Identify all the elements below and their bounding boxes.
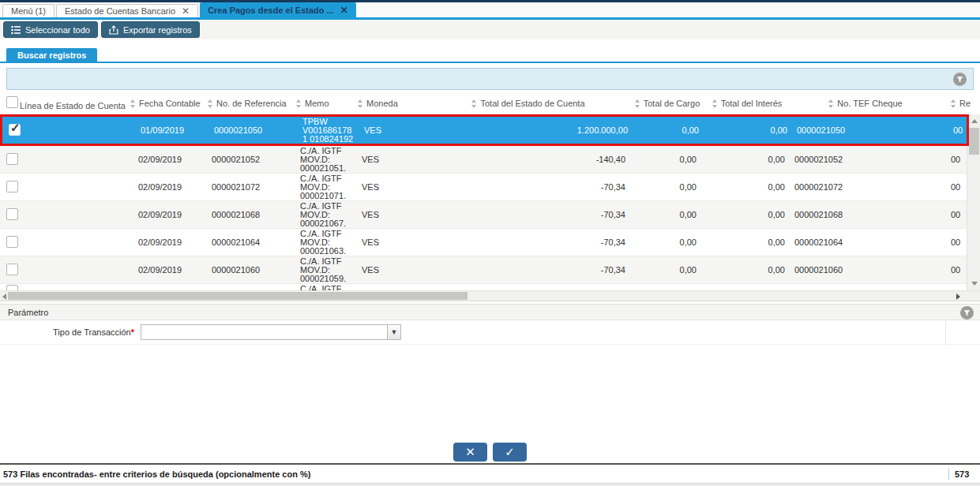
export-icon (109, 25, 118, 35)
header-no-tef-cheque[interactable]: No. TEF Cheque (791, 93, 940, 114)
cell-re: 00 (940, 266, 967, 275)
cell-linea (25, 284, 128, 285)
export-records-button[interactable]: Exportar registros (101, 21, 200, 38)
cell-memo: C./A. IGTF (294, 284, 355, 290)
cell-fecha: 02/09/2019 (128, 266, 205, 275)
cell-memo: C./A. IGTF MOV.D: 000021063. (294, 230, 355, 256)
cell-cargo: 0,00 (632, 266, 703, 275)
cell-fecha: 02/09/2019 (128, 183, 205, 192)
cell-cargo: 0,00 (634, 126, 705, 135)
cell-moneda: VES (355, 155, 425, 164)
search-criteria-panel[interactable] (6, 68, 974, 90)
header-re-clipped[interactable]: Re (940, 93, 980, 114)
table-row[interactable]: 02/09/2019 0000021060 C./A. IGTF MOV.D: … (0, 256, 967, 284)
header-label: Línea de Estado de Cuenta (20, 101, 126, 110)
collapse-parameter-button[interactable] (960, 306, 974, 320)
list-icon (11, 25, 21, 35)
header-linea-estado[interactable]: Línea de Estado de Cuenta (0, 93, 128, 114)
header-total-interes[interactable]: Total del Interés (703, 93, 791, 114)
sort-icon (208, 99, 213, 108)
transaction-type-input[interactable] (141, 325, 387, 339)
transaction-type-combobox[interactable]: ▼ (141, 324, 401, 340)
cell-total: -70,34 (425, 238, 632, 247)
row-checkbox[interactable] (6, 236, 18, 248)
close-icon[interactable]: ✕ (340, 6, 348, 14)
cell-cargo: 0,00 (632, 155, 703, 164)
checkbox-cell (0, 208, 25, 222)
close-icon[interactable]: ✕ (182, 7, 190, 15)
chevron-down-icon[interactable]: ▼ (387, 325, 400, 339)
table-row[interactable]: 01/09/2019 0000021050 TPBW V0016861781 0… (2, 117, 967, 144)
cell-fecha: 02/09/2019 (128, 211, 205, 219)
tab-crea-pagos-label: Crea Pagos desde el Estado ... (208, 6, 334, 15)
cancel-button[interactable]: ✕ (453, 443, 487, 462)
checkbox-cell (0, 284, 25, 290)
confirm-button[interactable]: ✓ (493, 443, 527, 462)
table-row[interactable]: 02/09/2019 0000021072 C./A. IGTF MOV.D: … (0, 174, 967, 201)
scroll-left-icon[interactable] (2, 293, 6, 300)
tab-estado-cuentas[interactable]: Estado de Cuentas Bancario ✕ (56, 4, 198, 17)
header-label: Re (959, 99, 971, 108)
scroll-up-icon[interactable] (971, 119, 978, 123)
row-checkbox[interactable] (6, 208, 18, 220)
horizontal-scrollbar[interactable] (0, 290, 980, 301)
table-row[interactable]: 02/09/2019 0000021068 C./A. IGTF MOV.D: … (0, 201, 967, 229)
cell-re: 00 (942, 126, 967, 135)
horizontal-scrollbar-thumb[interactable] (8, 292, 467, 300)
header-memo[interactable]: Memo (294, 93, 355, 114)
cell-cargo: 0,00 (632, 211, 703, 219)
cell-fecha: 02/09/2019 (128, 155, 205, 164)
status-bar: 573 Filas encontradas- entre criterios d… (0, 465, 980, 483)
cell-referencia: 0000021064 (205, 238, 294, 247)
empty-area (0, 344, 980, 443)
toolbar: Seleccionar todo Exportar registros (0, 20, 980, 39)
header-fecha-contable[interactable]: Fecha Contable (128, 93, 205, 114)
row-checkbox[interactable] (6, 181, 18, 193)
cell-fecha: 02/09/2019 (128, 238, 205, 247)
row-checkbox[interactable] (6, 153, 18, 165)
cell-moneda: VES (358, 126, 427, 135)
funnel-icon (963, 308, 971, 318)
parameter-section-header: Parámetro (0, 304, 980, 320)
table-row[interactable]: 02/09/2019 0000021052 C./A. IGTF MOV.D: … (0, 146, 967, 174)
cell-tef: 0000021050 (794, 126, 942, 135)
cell-memo: C./A. IGTF MOV.D: 000021059. (294, 257, 355, 283)
table-row[interactable]: C./A. IGTF (0, 284, 967, 290)
collapse-filter-button[interactable] (953, 73, 967, 86)
cell-referencia: 0000021052 (205, 155, 294, 164)
cell-moneda: VES (355, 238, 425, 247)
vertical-scrollbar-thumb[interactable] (969, 128, 979, 155)
row-checkbox[interactable] (9, 124, 21, 136)
results-table: Línea de Estado de Cuenta Fecha Contable… (0, 93, 980, 290)
tab-menu-label: Menú (1) (11, 6, 46, 16)
tab-crea-pagos[interactable]: Crea Pagos desde el Estado ... ✕ (200, 2, 356, 17)
row-checkbox[interactable] (6, 264, 18, 275)
cell-re: 00 (940, 183, 967, 192)
panel-edge (945, 320, 946, 344)
scroll-right-icon[interactable] (956, 293, 960, 300)
select-all-checkbox[interactable] (6, 96, 18, 108)
checkbox-cell (0, 264, 25, 277)
cell-total: -70,34 (425, 211, 632, 219)
header-total-estado[interactable]: Total del Estado de Cuenta (425, 93, 632, 114)
row-checkbox[interactable] (6, 285, 18, 290)
cell-re: 00 (940, 155, 967, 164)
table-row[interactable]: 02/09/2019 0000021064 C./A. IGTF MOV.D: … (0, 229, 967, 256)
selected-row-highlight: 01/09/2019 0000021050 TPBW V0016861781 0… (0, 114, 969, 146)
header-no-referencia[interactable]: No. de Referencia (205, 93, 294, 114)
cell-moneda: VES (355, 183, 425, 192)
header-moneda[interactable]: Moneda (355, 93, 425, 114)
header-label: No. TEF Cheque (837, 99, 902, 108)
check-icon: ✓ (505, 445, 515, 459)
sort-icon (296, 99, 302, 108)
tab-menu[interactable]: Menú (1) (2, 4, 54, 17)
cell-interes: 0,00 (703, 155, 791, 164)
scroll-down-icon[interactable] (971, 282, 978, 286)
header-total-cargo[interactable]: Total de Cargo (632, 93, 703, 114)
tab-buscar-registros[interactable]: Buscar registros (6, 48, 97, 62)
cell-interes: 0,00 (703, 238, 791, 247)
cell-referencia: 0000021060 (205, 266, 294, 275)
select-all-button[interactable]: Seleccionar todo (3, 21, 98, 38)
cell-referencia (205, 284, 294, 285)
header-label: Moneda (366, 99, 398, 108)
